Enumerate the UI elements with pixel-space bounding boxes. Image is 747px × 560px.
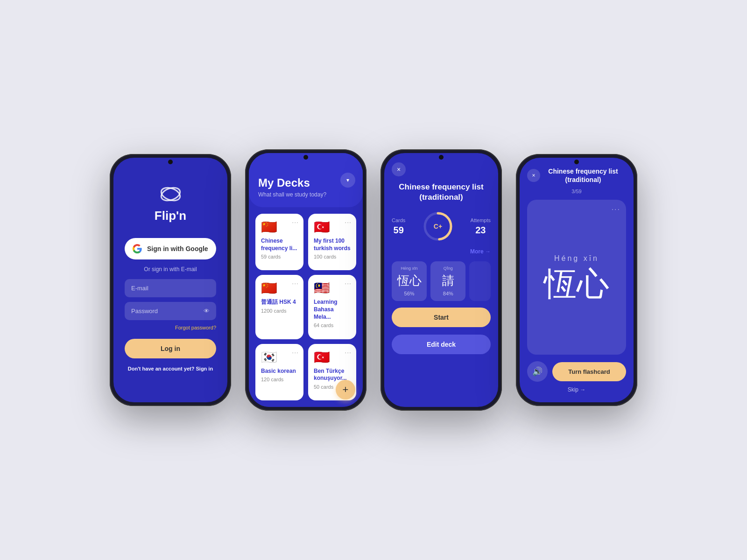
deck-name-1: My first 100 turkish words xyxy=(314,238,351,252)
flashcard-header: × Chinese frequency list (traditional) xyxy=(527,167,626,184)
flashcard-title: Chinese frequency list (traditional) xyxy=(540,167,626,184)
email-label: E-mail xyxy=(131,285,148,292)
deck-card-0[interactable]: ··· 🇨🇳 Chinese frequency li... 59 cards xyxy=(255,214,303,270)
chevron-down-button[interactable]: ▾ xyxy=(340,173,355,188)
stats-row: Cards 59 C+ Attempts 23 xyxy=(392,210,491,243)
card2-pct: 84% xyxy=(434,291,462,296)
decks-grid: ··· 🇨🇳 Chinese frequency li... 59 cards … xyxy=(249,207,363,407)
phone-login: Flip'n Sign in with Google Or sign in wi… xyxy=(110,154,231,406)
preview-card-3 xyxy=(469,261,491,301)
preview-card-1[interactable]: Héng xīn 恆心 56% xyxy=(392,261,427,301)
flashcard-screen: × Chinese frequency list (traditional) 3… xyxy=(520,158,634,402)
login-button[interactable]: Log in xyxy=(125,339,216,358)
signup-text: Don't have an account yet? Sign in xyxy=(128,366,213,371)
google-icon xyxy=(132,244,142,254)
deck-count-1: 100 cards xyxy=(314,254,351,259)
flashcard-actions: 🔊 Turn flashcard xyxy=(527,361,626,382)
app-title: Flip'n xyxy=(155,209,186,223)
detail-title: Chinese frequency list (traditional) xyxy=(392,182,491,203)
detail-screen: × Chinese frequency list (traditional) C… xyxy=(384,153,498,407)
password-input[interactable]: Password 👁 xyxy=(125,302,216,320)
deck-name-3: Learning Bahasa Mela... xyxy=(314,299,351,321)
cards-stat: Cards 59 xyxy=(392,217,405,236)
attempts-value: 23 xyxy=(471,225,491,236)
signup-link[interactable]: Sign in xyxy=(196,366,213,371)
cards-label: Cards xyxy=(392,217,405,223)
decks-header: My Decks What shall we study today? ▾ xyxy=(249,153,363,207)
app-logo xyxy=(159,186,182,205)
google-signin-button[interactable]: Sign in with Google xyxy=(125,238,216,259)
decks-subtitle: What shall we study today? xyxy=(258,191,353,198)
deck-card-4[interactable]: ··· 🇰🇷 Basic korean 120 cards xyxy=(255,344,303,400)
deck-name-2: 普通話 HSK 4 xyxy=(261,299,298,306)
flashcard-menu-icon[interactable]: ··· xyxy=(612,205,620,214)
close-button[interactable]: × xyxy=(392,162,406,176)
phone-notch-3 xyxy=(439,155,444,160)
card1-char: 恆心 xyxy=(395,273,423,289)
phone-decks: My Decks What shall we study today? ▾ ··… xyxy=(245,149,366,411)
add-deck-button[interactable]: + xyxy=(336,380,355,399)
login-screen: Flip'n Sign in with Google Or sign in wi… xyxy=(113,158,227,402)
skip-button[interactable]: Skip → xyxy=(527,386,626,393)
edit-deck-button[interactable]: Edit deck xyxy=(392,335,491,354)
more-link[interactable]: More → xyxy=(392,248,491,255)
card1-pinyin: Héng xīn xyxy=(395,266,423,271)
flashcard-pinyin: Héng xīn xyxy=(554,254,599,263)
decks-screen: My Decks What shall we study today? ▾ ··… xyxy=(249,153,363,407)
flashcard-close-button[interactable]: × xyxy=(527,169,540,182)
flashcard-progress: 3/59 xyxy=(527,189,626,194)
attempts-label: Attempts xyxy=(471,217,491,223)
eye-icon: 👁 xyxy=(204,308,210,315)
deck-count-4: 120 cards xyxy=(261,377,298,382)
deck-menu-icon-1[interactable]: ··· xyxy=(345,218,352,226)
flashcard-card: ··· Héng xīn 恆心 xyxy=(527,200,626,355)
deck-count-2: 1200 cards xyxy=(261,308,298,314)
deck-name-4: Basic korean xyxy=(261,368,298,375)
deck-card-1[interactable]: ··· 🇹🇷 My first 100 turkish words 100 ca… xyxy=(308,214,356,270)
card2-char: 請 xyxy=(434,273,462,289)
card2-pinyin: Qǐng xyxy=(434,266,462,271)
deck-count-0: 59 cards xyxy=(261,254,298,259)
grade-label: C+ xyxy=(434,223,442,230)
card1-pct: 56% xyxy=(395,291,423,296)
or-divider: Or sign in with E-mail xyxy=(144,266,197,273)
phones-container: Flip'n Sign in with Google Or sign in wi… xyxy=(110,149,637,411)
phone-flashcard: × Chinese frequency list (traditional) 3… xyxy=(516,154,637,406)
sound-button[interactable]: 🔊 xyxy=(527,361,548,382)
deck-menu-icon-5[interactable]: ··· xyxy=(345,349,352,356)
preview-card-2[interactable]: Qǐng 請 84% xyxy=(430,261,465,301)
start-button[interactable]: Start xyxy=(392,308,491,327)
phone-notch-2 xyxy=(303,155,308,160)
deck-count-3: 64 cards xyxy=(314,322,351,328)
turn-flashcard-button[interactable]: Turn flashcard xyxy=(552,362,626,381)
deck-card-3[interactable]: ··· 🇲🇾 Learning Bahasa Mela... 64 cards xyxy=(308,275,356,339)
password-label: Password xyxy=(131,308,158,315)
deck-menu-icon-0[interactable]: ··· xyxy=(292,218,299,226)
forgot-password-link[interactable]: Forgot password? xyxy=(175,325,216,330)
email-input[interactable]: E-mail xyxy=(125,279,216,297)
cards-preview: Héng xīn 恆心 56% Qǐng 請 84% xyxy=(392,261,491,301)
deck-menu-icon-3[interactable]: ··· xyxy=(345,280,352,287)
decks-title: My Decks xyxy=(258,176,353,189)
phone-notch-1 xyxy=(168,160,173,164)
phone-detail: × Chinese frequency list (traditional) C… xyxy=(381,149,502,411)
progress-circle: C+ xyxy=(422,210,454,243)
deck-card-2[interactable]: ··· 🇨🇳 普通話 HSK 4 1200 cards xyxy=(255,275,303,339)
deck-name-0: Chinese frequency li... xyxy=(261,238,298,252)
google-btn-text: Sign in with Google xyxy=(147,245,208,252)
deck-menu-icon-2[interactable]: ··· xyxy=(292,280,299,287)
sound-icon: 🔊 xyxy=(532,366,543,377)
flashcard-character: 恆心 xyxy=(544,267,609,300)
attempts-stat: Attempts 23 xyxy=(471,217,491,236)
cards-value: 59 xyxy=(392,225,405,236)
phone-notch-4 xyxy=(574,160,579,164)
deck-menu-icon-4[interactable]: ··· xyxy=(292,349,299,356)
